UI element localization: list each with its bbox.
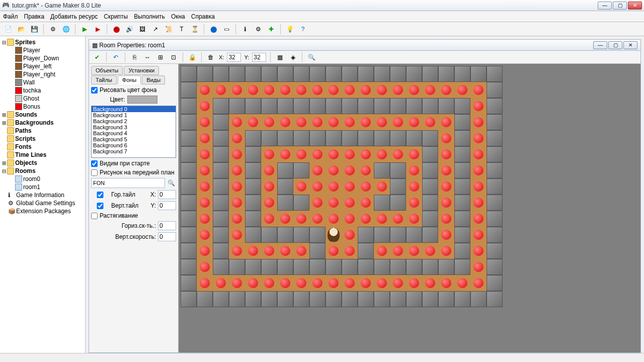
timeline-icon[interactable]: ⏳ — [190, 24, 200, 34]
wall-tile[interactable] — [213, 178, 229, 195]
wall-tile[interactable] — [390, 291, 406, 307]
sub-maximize-button[interactable]: ▢ — [608, 41, 622, 49]
undo-icon[interactable]: ↶ — [111, 52, 121, 62]
wall-tile[interactable] — [213, 114, 229, 130]
wall-tile[interactable] — [374, 130, 390, 146]
room-canvas[interactable] — [179, 64, 640, 352]
wall-tile[interactable] — [181, 82, 197, 98]
wall-tile[interactable] — [454, 195, 470, 211]
wall-tile[interactable] — [438, 291, 454, 307]
wall-tile[interactable] — [454, 66, 470, 82]
wall-tile[interactable] — [374, 66, 390, 82]
wall-tile[interactable] — [293, 98, 309, 114]
sound-icon[interactable]: 🔊 — [124, 24, 134, 34]
wall-tile[interactable] — [406, 227, 422, 243]
wall-tile[interactable] — [213, 243, 229, 259]
wall-tile[interactable] — [309, 243, 326, 259]
menu-windows[interactable]: Окна — [171, 13, 185, 20]
menu-file[interactable]: Файл — [3, 13, 18, 20]
wall-tile[interactable] — [422, 178, 438, 195]
open-icon[interactable]: 📂 — [16, 24, 26, 34]
wall-tile[interactable] — [358, 259, 374, 275]
tree-fonts[interactable]: Fonts — [1, 143, 84, 151]
clear-icon[interactable]: 🗑 — [206, 52, 216, 62]
wall-tile[interactable] — [181, 98, 197, 114]
publish-icon[interactable]: 🌐 — [61, 24, 71, 34]
tab-objects[interactable]: Объекты — [91, 66, 123, 75]
gameinfo-icon[interactable]: ℹ — [240, 24, 250, 34]
wall-tile[interactable] — [245, 162, 261, 178]
wall-tile[interactable] — [245, 146, 261, 162]
tree-objects[interactable]: ⊞Objects — [1, 159, 84, 167]
wall-tile[interactable] — [309, 98, 326, 114]
wall-tile[interactable] — [374, 291, 390, 307]
wall-tile[interactable] — [342, 291, 358, 307]
wall-tile[interactable] — [487, 146, 503, 162]
wall-tile[interactable] — [454, 227, 470, 243]
settings-icon[interactable]: ⚙ — [253, 24, 263, 34]
wall-tile[interactable] — [454, 114, 470, 130]
wall-tile[interactable] — [438, 98, 454, 114]
wall-tile[interactable] — [422, 211, 438, 227]
wall-tile[interactable] — [470, 66, 487, 82]
wall-tile[interactable] — [245, 195, 261, 211]
bg-list-item[interactable]: Background 6 — [92, 142, 176, 148]
wall-tile[interactable] — [277, 259, 293, 275]
wall-tile[interactable] — [277, 291, 293, 307]
htile-x-input[interactable] — [158, 190, 176, 199]
wall-tile[interactable] — [422, 291, 438, 307]
wall-tile[interactable] — [487, 227, 503, 243]
stretch-checkbox[interactable] — [91, 213, 98, 219]
wall-tile[interactable] — [213, 211, 229, 227]
help-icon[interactable]: ? — [298, 24, 308, 34]
tree-sprite-item[interactable]: Wall — [1, 78, 84, 86]
wall-tile[interactable] — [261, 98, 277, 114]
extension-add-icon[interactable]: ✚ — [266, 24, 276, 34]
vtile-checkbox[interactable] — [91, 203, 109, 209]
tree-sounds[interactable]: ⊞Sounds — [1, 111, 84, 119]
menu-scripts[interactable]: Скрипты — [104, 13, 128, 20]
wall-tile[interactable] — [422, 130, 438, 146]
wall-tile[interactable] — [487, 82, 503, 98]
browse-icon[interactable]: 🔍 — [166, 178, 176, 188]
wall-tile[interactable] — [181, 130, 197, 146]
wall-tile[interactable] — [181, 178, 197, 195]
wall-tile[interactable] — [326, 291, 342, 307]
wall-tile[interactable] — [487, 275, 503, 291]
wall-tile[interactable] — [277, 66, 293, 82]
sprite-icon[interactable]: ⬤ — [111, 24, 121, 34]
foreground-checkbox[interactable] — [91, 169, 98, 176]
wall-tile[interactable] — [406, 291, 422, 307]
wall-tile[interactable] — [487, 195, 503, 211]
wall-tile[interactable] — [487, 259, 503, 275]
hspeed-input[interactable] — [158, 221, 176, 230]
wall-tile[interactable] — [422, 98, 438, 114]
wall-tile[interactable] — [245, 227, 261, 243]
wall-tile[interactable] — [422, 227, 438, 243]
wall-tile[interactable] — [277, 195, 293, 211]
wall-tile[interactable] — [309, 291, 326, 307]
wall-tile[interactable] — [454, 130, 470, 146]
bg-list-item[interactable]: Background 0 — [92, 106, 176, 112]
tree-sprites[interactable]: ⊟Sprites — [1, 38, 84, 46]
wall-tile[interactable] — [342, 98, 358, 114]
wall-tile[interactable] — [245, 291, 261, 307]
tree-sprite-item[interactable]: Player_right — [1, 70, 84, 78]
wall-tile[interactable] — [213, 259, 229, 275]
lightbulb-icon[interactable]: 💡 — [285, 24, 295, 34]
wall-tile[interactable] — [197, 66, 213, 82]
wall-tile[interactable] — [390, 227, 406, 243]
wall-tile[interactable] — [213, 195, 229, 211]
wall-tile[interactable] — [229, 259, 245, 275]
wall-tile[interactable] — [181, 114, 197, 130]
wall-tile[interactable] — [454, 146, 470, 162]
wall-tile[interactable] — [261, 291, 277, 307]
wall-tile[interactable] — [326, 66, 342, 82]
wall-tile[interactable] — [454, 98, 470, 114]
tree-sprite-item[interactable]: Player — [1, 46, 84, 54]
wall-tile[interactable] — [293, 162, 309, 178]
wall-tile[interactable] — [181, 66, 197, 82]
menu-edit[interactable]: Правка — [24, 13, 45, 20]
new-icon[interactable]: 📄 — [3, 24, 13, 34]
wall-tile[interactable] — [229, 98, 245, 114]
